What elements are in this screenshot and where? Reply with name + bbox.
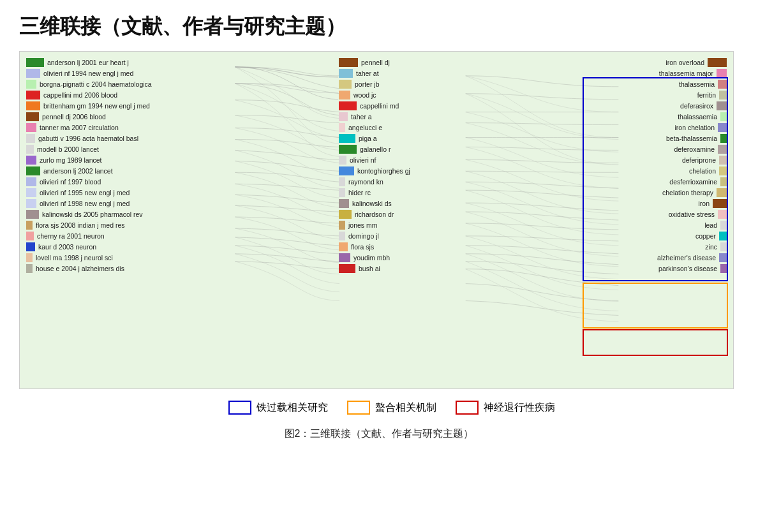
right-node-row: zinc [586,242,727,251]
left-node-box [26,199,36,208]
left-node-label: olivieri nf 1995 new engl j med [40,189,130,196]
left-node-row: kalinowski ds 2005 pharmacol rev [26,210,224,219]
left-node-label: gabutti v 1996 acta haematol basl [38,135,138,142]
right-node-label: lead [704,221,717,229]
mid-node-label: bush ai [359,265,380,272]
mid-node-row: raymond kn [339,177,466,186]
mid-node-row: youdim mbh [339,253,466,262]
mid-node-label: domingo jl [348,232,379,240]
mid-node-box [339,91,350,100]
mid-node-box [339,232,345,240]
mid-node-row: bush ai [339,264,466,273]
mid-node-label: kalinowski ds [352,200,392,207]
mid-node-box [339,134,355,143]
left-node-label: olivieri nf 1998 new engl j med [40,200,130,207]
right-node-box [720,221,727,230]
right-node-box [719,232,727,240]
left-node-box [26,80,36,89]
right-node-label: iron [698,200,710,207]
mid-node-row: pennell dj [339,58,466,67]
mid-node-box [339,58,358,67]
mid-node-box [339,123,345,132]
right-node-row: alzheimer's disease [586,253,727,262]
chart-area: anderson lj 2001 eur heart jolivieri nf … [19,51,734,389]
mid-node-row: cappellini md [339,101,466,110]
left-node-label: olivieri nf 1997 blood [40,178,101,186]
right-node-label: parkinson's disease [658,265,717,272]
right-node-box [717,188,727,197]
left-node-row: anderson lj 2002 lancet [26,166,224,175]
right-node-box [720,134,727,143]
left-node-box [26,134,35,143]
left-column: anderson lj 2001 eur heart jolivieri nf … [26,58,224,275]
left-node-box [26,101,40,110]
mid-node-box [339,177,345,186]
left-node-label: kaur d 2003 neuron [38,243,96,251]
right-node-label: chelation therapy [662,189,713,196]
left-node-box [26,123,36,132]
left-node-label: borgna-pignatti c 2004 haematologica [40,80,152,88]
legend-label-orange: 螯合相关机制 [375,401,436,415]
mid-column: pennell djtaher atporter jbwood jccappel… [339,58,466,275]
mid-node-box [339,264,355,273]
mid-node-row: flora sjs [339,242,466,251]
mid-node-row: piga a [339,134,466,143]
left-node-box [26,145,34,154]
left-node-row: cappellini md 2006 blood [26,91,224,100]
right-node-row: thalassemia major [586,69,727,78]
left-node-box [26,91,40,100]
left-node-label: cappellini md 2006 blood [43,91,117,99]
mid-node-label: angelucci e [348,124,382,131]
left-node-box [26,210,39,219]
left-node-box [26,177,36,186]
right-node-row: desferrioxamine [586,177,727,186]
right-node-box [720,264,727,273]
legend-item-blue: 铁过载相关研究 [228,401,328,415]
left-node-row: kaur d 2003 neuron [26,242,224,251]
right-node-row: parkinson's disease [586,264,727,273]
left-node-row: zurlo mg 1989 lancet [26,156,224,165]
legend-label-blue: 铁过载相关研究 [256,401,328,415]
left-node-row: borgna-pignatti c 2004 haematologica [26,80,224,89]
right-node-box [719,253,727,262]
mid-node-box [339,101,357,110]
right-node-row: lead [586,221,727,230]
right-node-row: iron [586,199,727,208]
mid-node-row: hider rc [339,188,466,197]
left-node-label: zurlo mg 1989 lancet [40,156,101,164]
left-node-row: tanner ma 2007 circulation [26,123,224,132]
right-node-box [713,199,727,208]
right-node-row: iron overload [586,58,727,67]
right-node-box [718,210,727,219]
left-node-row: house e 2004 j alzheimers dis [26,264,224,273]
right-node-row: ferritin [586,91,727,100]
left-node-label: cherny ra 2001 neuron [37,232,105,240]
mid-node-label: hider rc [348,189,371,196]
right-node-label: ferritin [697,91,716,99]
mid-node-box [339,188,345,197]
left-node-label: flora sjs 2008 indian j med res [36,221,125,229]
mid-node-label: galanello r [360,145,390,153]
mid-node-box [339,242,348,251]
left-node-label: house e 2004 j alzheimers dis [36,265,124,272]
mid-node-label: piga a [359,135,377,142]
mid-node-box [339,69,353,78]
right-node-box [720,177,727,186]
mid-node-label: youdim mbh [353,254,390,262]
highlight-neurodegeneration [583,329,728,356]
mid-node-label: jones mm [348,221,378,229]
mid-node-box [339,253,350,262]
right-node-row: copper [586,232,727,240]
left-node-row: modell b 2000 lancet [26,145,224,154]
right-node-label: desferrioxamine [669,178,717,186]
mid-node-row: jones mm [339,221,466,230]
mid-node-label: taher at [356,70,379,77]
right-node-row: deferasirox [586,101,727,110]
left-node-row: olivieri nf 1994 new engl j med [26,69,224,78]
right-node-box [718,80,727,89]
right-node-row: beta-thalassemia [586,134,727,143]
left-node-label: olivieri nf 1994 new engl j med [43,70,133,77]
right-node-row: thalassaemia [586,112,727,121]
legend: 铁过载相关研究 螯合相关机制 神经退行性疾病 [45,401,739,415]
right-node-label: deferiprone [682,156,716,164]
